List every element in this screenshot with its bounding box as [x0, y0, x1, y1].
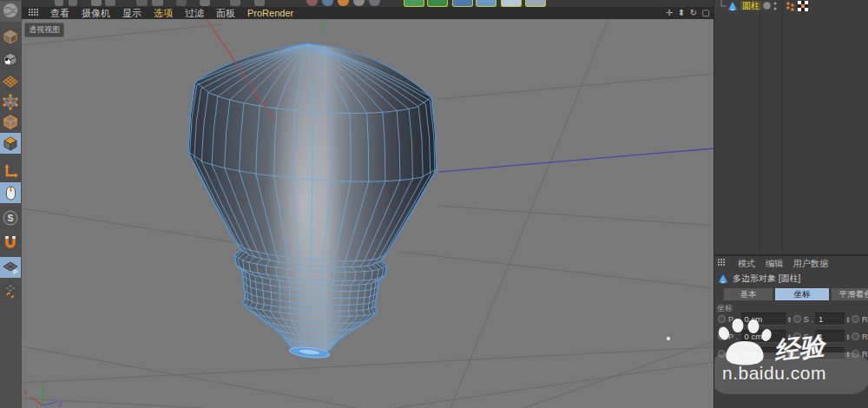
- texture-tag-icon[interactable]: [798, 1, 808, 11]
- polygon-object-icon: [718, 273, 728, 284]
- workplane-rotate-icon: [2, 281, 19, 299]
- coord-row-y: P . Y 0 cm ▲▼ S . Y 1 ▲▼ R . P: [714, 329, 868, 344]
- workplane-snap-icon: P: [2, 259, 19, 276]
- key-radio[interactable]: [852, 315, 859, 323]
- rot-h-label: R . H: [862, 314, 868, 324]
- editor-render-dots-icon[interactable]: [773, 1, 777, 11]
- toolbar-icon-fragment[interactable]: [501, 0, 522, 7]
- zoom-icon[interactable]: ⬍: [677, 9, 686, 17]
- tab-basic[interactable]: 基本: [724, 288, 773, 300]
- key-radio[interactable]: [718, 315, 726, 323]
- attr-grid-icon[interactable]: [718, 259, 727, 268]
- pos-z-input[interactable]: 0 cm: [741, 347, 786, 360]
- attribute-manager: 模式 编辑 用户数据 多边形对象 [圆柱] 基本 坐标 平滑着色(Ph 坐标 P…: [714, 256, 868, 408]
- toggle-view-icon[interactable]: ▢: [701, 9, 710, 17]
- menu-filter[interactable]: 过滤: [185, 7, 204, 20]
- toolbar-icon-fragment[interactable]: [152, 0, 163, 6]
- tab-coordinates[interactable]: 坐标: [775, 288, 829, 300]
- object-name[interactable]: 圆柱: [740, 1, 761, 10]
- pan-icon[interactable]: ✛: [665, 9, 674, 17]
- attr-menu-mode[interactable]: 模式: [738, 258, 755, 270]
- stepper[interactable]: ▲▼: [786, 333, 793, 340]
- menu-options[interactable]: 选项: [154, 7, 173, 20]
- toolbar-icon-fragment[interactable]: [476, 0, 496, 7]
- menu-display[interactable]: 显示: [122, 7, 141, 20]
- toolbar-icon-fragment[interactable]: [254, 0, 265, 6]
- rotate-icon[interactable]: ↻: [689, 9, 698, 17]
- workplane-mode-button[interactable]: [0, 71, 21, 92]
- right-panel: 圆柱 模式 编辑 用户数据 多边形对象 [圆柱] 基本 坐标 平滑着色(Ph 坐…: [713, 0, 868, 408]
- display-dots-icon[interactable]: [786, 1, 796, 11]
- magnet-button[interactable]: [0, 232, 21, 253]
- key-radio[interactable]: [852, 332, 859, 340]
- viewport-canvas[interactable]: Y X Z 透视视图: [22, 19, 713, 408]
- texture-mode-icon: [2, 50, 19, 68]
- workplane-snap-button[interactable]: P: [0, 257, 21, 278]
- viewport-select-button[interactable]: [0, 182, 21, 203]
- stepper[interactable]: ▲▼: [845, 351, 852, 358]
- stepper[interactable]: ▲▼: [845, 316, 852, 323]
- toolbar-icon-fragment[interactable]: [105, 0, 115, 6]
- edges-mode-button[interactable]: [0, 111, 21, 132]
- attr-menu-edit[interactable]: 编辑: [766, 258, 783, 270]
- scale-y-input[interactable]: 1: [815, 330, 845, 343]
- toolbar-icon-fragment[interactable]: [369, 0, 380, 6]
- toolbar-icon-fragment[interactable]: [338, 0, 349, 6]
- menu-camera[interactable]: 摄像机: [82, 7, 110, 20]
- gizmo-y-label: Y: [40, 378, 45, 386]
- toolbar-icon-fragment[interactable]: [353, 0, 365, 6]
- scale-z-input[interactable]: 1: [815, 347, 845, 360]
- toolbar-icon-fragment[interactable]: [55, 0, 63, 6]
- pos-z-label: P . Z: [728, 349, 741, 359]
- edges-mode-icon: [2, 113, 19, 130]
- toolbar-icon-fragment[interactable]: [306, 0, 318, 6]
- menu-prorender[interactable]: ProRender: [247, 8, 293, 18]
- key-radio[interactable]: [793, 332, 801, 340]
- visibility-toggle-icon[interactable]: [762, 1, 772, 10]
- key-radio[interactable]: [718, 350, 726, 358]
- polygons-mode-button[interactable]: [0, 133, 21, 154]
- toolbar-icon-fragment[interactable]: [176, 0, 187, 6]
- svg-text:P: P: [13, 268, 18, 276]
- toolbar-icon-fragment[interactable]: [322, 0, 333, 6]
- menu-view[interactable]: 查看: [50, 7, 69, 20]
- stepper[interactable]: ▲▼: [786, 316, 793, 323]
- toolbar-icon-fragment[interactable]: [525, 0, 546, 7]
- make-editable-button[interactable]: [0, 1, 21, 22]
- scale-x-input[interactable]: 1: [815, 313, 845, 326]
- stepper[interactable]: ▲▼: [786, 351, 793, 358]
- toolbar-icon-fragment[interactable]: [427, 0, 448, 7]
- key-radio[interactable]: [793, 315, 801, 323]
- pos-x-input[interactable]: 0 cm: [741, 313, 786, 326]
- gizmo-x-label: X: [23, 389, 29, 397]
- viewport-menu-grid-icon[interactable]: [29, 9, 38, 18]
- toolbar-icon-fragment[interactable]: [200, 0, 210, 6]
- tab-phong[interactable]: 平滑着色(Ph: [832, 288, 868, 300]
- toolbar-icon-fragment[interactable]: [452, 0, 473, 7]
- key-radio[interactable]: [718, 332, 726, 340]
- stepper[interactable]: ▲▼: [845, 333, 852, 340]
- object-row-cylinder[interactable]: 圆柱: [714, 0, 868, 12]
- toolbar-icon-fragment[interactable]: [404, 0, 424, 7]
- cursor-speck: [667, 337, 670, 340]
- attr-menu-userdata[interactable]: 用户数据: [793, 258, 828, 270]
- toolbar-icon-fragment[interactable]: [69, 0, 77, 6]
- scale-z-label: S . Z: [804, 349, 815, 359]
- toolbar-icon-fragment[interactable]: [136, 0, 148, 6]
- viewport-3d-scene[interactable]: Y X Z: [22, 19, 713, 408]
- key-radio[interactable]: [852, 350, 859, 358]
- toolbar-icon-fragment[interactable]: [230, 0, 240, 6]
- pos-y-input[interactable]: 0 cm: [741, 330, 786, 343]
- points-mode-button[interactable]: [0, 91, 21, 112]
- view-label[interactable]: 透视视图: [24, 23, 64, 37]
- model-mode-button[interactable]: [0, 26, 21, 47]
- workplane-rotate-button[interactable]: [0, 280, 21, 300]
- enable-axis-button[interactable]: [0, 161, 21, 181]
- menu-panel[interactable]: 面板: [216, 7, 235, 20]
- pos-y-label: P . Y: [728, 332, 741, 341]
- snap-button[interactable]: S: [0, 207, 21, 228]
- gizmo-z-label: Z: [58, 400, 62, 408]
- texture-mode-button[interactable]: [0, 49, 21, 69]
- key-radio[interactable]: [793, 350, 801, 358]
- toolbar-icon-fragment[interactable]: [91, 0, 102, 6]
